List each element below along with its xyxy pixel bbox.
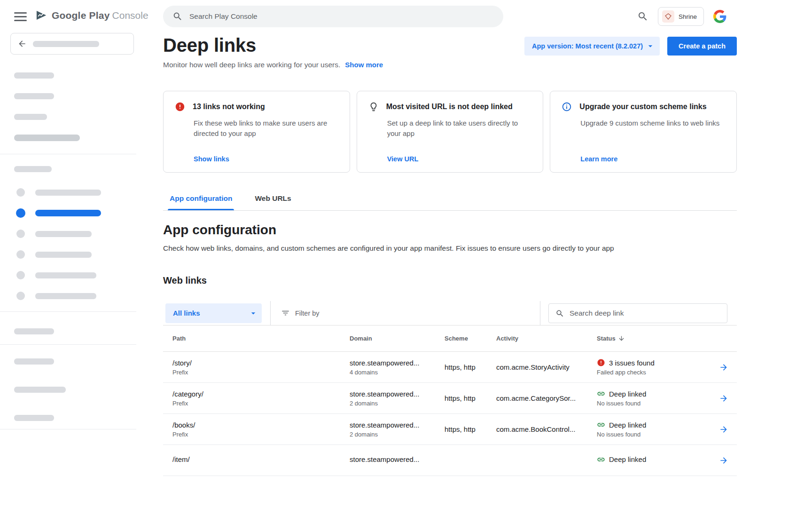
section-description: Check how web links, domains, and custom… [163, 244, 737, 253]
tab-bar: App configuration Web URLs [163, 194, 737, 211]
links-filter-label: All links [173, 309, 200, 317]
row-scheme: https, http [445, 363, 496, 371]
deep-link-icon [597, 455, 605, 464]
row-status: Deep linked [609, 455, 646, 463]
row-scheme: https, http [445, 394, 496, 402]
google-account-avatar[interactable] [713, 10, 726, 23]
sidebar-item[interactable] [35, 293, 96, 299]
col-path[interactable]: Path [172, 335, 350, 342]
sidebar-item[interactable] [35, 272, 96, 278]
table-row[interactable]: /item/ store.steampowered... Deep linked [163, 445, 737, 476]
row-status: Deep linked [609, 390, 646, 398]
chevron-down-icon [646, 41, 655, 51]
toolbar-divider [270, 301, 271, 325]
logo-text-primary: Google Play [52, 10, 110, 21]
app-version-dropdown[interactable]: App version: Most recent (8.2.027) [524, 37, 660, 56]
card-title: Upgrade your custom scheme links [579, 103, 706, 111]
col-status[interactable]: Status [597, 335, 710, 342]
skeleton-icon [16, 208, 25, 218]
deep-link-icon [597, 389, 605, 398]
row-status-detail: No issues found [597, 400, 710, 407]
skeleton-bar [14, 114, 47, 120]
table-row[interactable]: /category/ Prefix store.steampowered... … [163, 383, 737, 414]
page-header: Deep links Monitor how well deep links a… [163, 33, 737, 69]
skeleton-icon [16, 230, 25, 238]
sidebar-item[interactable] [35, 190, 101, 196]
skeleton-icon [16, 250, 25, 259]
skeleton-bar [14, 72, 54, 79]
row-path: /story/ [172, 359, 350, 367]
app-version-label: App version: Most recent (8.2.027) [532, 42, 643, 50]
open-row-arrow-icon[interactable] [719, 425, 728, 434]
col-activity[interactable]: Activity [496, 335, 597, 342]
search-icon[interactable] [637, 11, 648, 22]
shrine-app-icon [662, 10, 674, 23]
card-body: Set up a deep link to take users directl… [387, 118, 532, 139]
show-more-link[interactable]: Show more [345, 61, 383, 69]
tab-app-configuration[interactable]: App configuration [168, 194, 234, 210]
row-path: /item/ [172, 455, 350, 463]
skeleton-bar [14, 358, 54, 365]
section-title: App configuration [163, 222, 737, 238]
sidebar-item[interactable] [35, 231, 92, 237]
view-url-link[interactable]: View URL [387, 155, 419, 163]
toolbar-divider [540, 301, 540, 325]
col-scheme[interactable]: Scheme [445, 335, 496, 342]
sidebar-item-active[interactable] [35, 210, 101, 216]
row-scheme: https, http [445, 425, 496, 433]
deep-link-search[interactable] [548, 303, 727, 323]
table-row[interactable]: /books/ Prefix store.steampowered... 2 d… [163, 414, 737, 445]
skeleton-icon [16, 271, 25, 279]
console-search-bar[interactable] [163, 6, 503, 27]
topbar-right-cluster: Shrine [637, 7, 726, 26]
back-button[interactable] [10, 33, 134, 55]
row-domain: store.steampowered... [350, 390, 445, 398]
error-icon [597, 358, 605, 367]
filter-by-button[interactable]: Filter by [281, 309, 320, 318]
deep-link-search-input[interactable] [570, 309, 720, 318]
open-row-arrow-icon[interactable] [719, 363, 728, 372]
skeleton-bar [14, 166, 52, 172]
col-status-label: Status [597, 335, 616, 342]
play-console-logo-icon [35, 9, 47, 22]
sidebar-divider [0, 154, 136, 154]
table-row[interactable]: /story/ Prefix store.steampowered... 4 d… [163, 352, 737, 383]
logo-text-secondary: Console [112, 10, 148, 21]
skeleton-icon [16, 188, 25, 197]
web-links-heading: Web links [163, 275, 737, 286]
app-selector-chip[interactable]: Shrine [658, 7, 704, 26]
open-row-arrow-icon[interactable] [719, 456, 728, 465]
card-body: Upgrade 9 custom scheme links to web lin… [580, 118, 725, 128]
col-domain[interactable]: Domain [350, 335, 445, 342]
row-path: /books/ [172, 421, 350, 429]
card-most-visited-url: Most visited URL is not deep linked Set … [357, 91, 544, 173]
row-path-type: Prefix [172, 400, 350, 407]
error-icon [175, 102, 185, 112]
filter-icon [281, 309, 290, 318]
open-row-arrow-icon[interactable] [719, 394, 728, 403]
sidebar-item[interactable] [35, 252, 92, 258]
show-links-link[interactable]: Show links [194, 155, 229, 163]
skeleton-bar [14, 415, 54, 421]
skeleton-bar [14, 135, 80, 141]
learn-more-link[interactable]: Learn more [580, 155, 617, 163]
create-patch-button[interactable]: Create a patch [667, 37, 737, 56]
info-icon [562, 102, 572, 112]
sidebar-divider [0, 311, 136, 312]
row-path-type: Prefix [172, 369, 350, 376]
card-title: 13 links not working [193, 103, 265, 111]
search-icon [555, 309, 564, 318]
menu-icon[interactable] [14, 12, 27, 24]
chevron-down-icon [249, 309, 258, 318]
skeleton-bar [14, 328, 54, 334]
links-filter-dropdown[interactable]: All links [165, 303, 262, 323]
row-status: 3 issues found [609, 359, 655, 367]
row-domain-count: 4 domains [350, 369, 445, 376]
web-links-toolbar: All links Filter by [163, 301, 737, 325]
card-title: Most visited URL is not deep linked [386, 103, 513, 111]
tab-web-urls[interactable]: Web URLs [253, 194, 293, 210]
skeleton-bar [33, 41, 99, 47]
console-search-input[interactable] [189, 12, 494, 21]
row-activity: com.acme.CategorySor... [496, 394, 597, 402]
main-content: Deep links Monitor how well deep links a… [136, 33, 812, 508]
